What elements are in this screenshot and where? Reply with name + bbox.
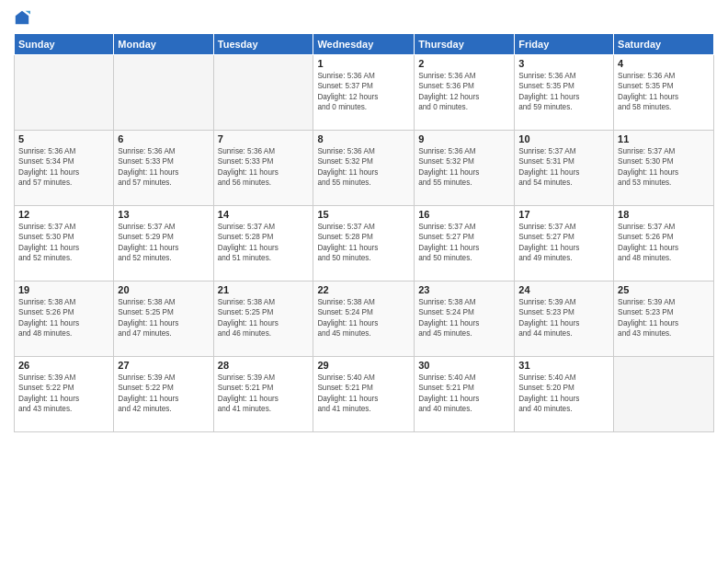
calendar-week-3: 12Sunrise: 5:37 AM Sunset: 5:30 PM Dayli…	[15, 206, 714, 282]
weekday-header-sunday: Sunday	[15, 34, 114, 55]
logo-icon	[14, 9, 30, 26]
day-number: 1	[317, 58, 410, 69]
day-info: Sunrise: 5:36 AM Sunset: 5:37 PM Dayligh…	[317, 71, 410, 113]
calendar-cell: 17Sunrise: 5:37 AM Sunset: 5:27 PM Dayli…	[515, 206, 614, 282]
calendar-cell: 5Sunrise: 5:36 AM Sunset: 5:34 PM Daylig…	[15, 131, 114, 206]
calendar-cell: 14Sunrise: 5:37 AM Sunset: 5:28 PM Dayli…	[213, 206, 313, 282]
day-number: 8	[317, 133, 410, 144]
calendar-cell: 2Sunrise: 5:36 AM Sunset: 5:36 PM Daylig…	[415, 55, 515, 131]
day-number: 28	[218, 360, 310, 371]
day-info: Sunrise: 5:36 AM Sunset: 5:32 PM Dayligh…	[418, 146, 510, 189]
day-number: 7	[218, 133, 310, 144]
day-number: 26	[18, 360, 109, 371]
calendar-week-5: 26Sunrise: 5:39 AM Sunset: 5:22 PM Dayli…	[15, 357, 714, 432]
calendar-cell: 4Sunrise: 5:36 AM Sunset: 5:35 PM Daylig…	[614, 55, 714, 131]
calendar-cell	[614, 357, 714, 432]
day-number: 2	[418, 58, 510, 69]
calendar-cell: 10Sunrise: 5:37 AM Sunset: 5:31 PM Dayli…	[515, 131, 614, 206]
day-number: 22	[317, 284, 410, 295]
calendar-cell: 24Sunrise: 5:39 AM Sunset: 5:23 PM Dayli…	[515, 282, 614, 357]
day-info: Sunrise: 5:39 AM Sunset: 5:22 PM Dayligh…	[118, 373, 209, 415]
calendar-page: SundayMondayTuesdayWednesdayThursdayFrid…	[0, 0, 728, 563]
calendar-cell: 3Sunrise: 5:36 AM Sunset: 5:35 PM Daylig…	[515, 55, 614, 131]
calendar-cell: 15Sunrise: 5:37 AM Sunset: 5:28 PM Dayli…	[313, 206, 415, 282]
day-info: Sunrise: 5:40 AM Sunset: 5:20 PM Dayligh…	[518, 373, 609, 415]
weekday-header-wednesday: Wednesday	[313, 34, 415, 55]
day-number: 25	[618, 284, 710, 295]
calendar-cell: 21Sunrise: 5:38 AM Sunset: 5:25 PM Dayli…	[213, 282, 313, 357]
page-header	[14, 9, 714, 26]
calendar-cell: 11Sunrise: 5:37 AM Sunset: 5:30 PM Dayli…	[614, 131, 714, 206]
calendar-cell: 9Sunrise: 5:36 AM Sunset: 5:32 PM Daylig…	[415, 131, 515, 206]
svg-marker-0	[16, 11, 28, 24]
day-number: 14	[218, 209, 310, 220]
calendar-cell: 29Sunrise: 5:40 AM Sunset: 5:21 PM Dayli…	[313, 357, 415, 432]
day-info: Sunrise: 5:36 AM Sunset: 5:33 PM Dayligh…	[118, 146, 209, 189]
day-info: Sunrise: 5:37 AM Sunset: 5:30 PM Dayligh…	[18, 222, 109, 264]
calendar-cell: 28Sunrise: 5:39 AM Sunset: 5:21 PM Dayli…	[213, 357, 313, 432]
day-number: 15	[317, 209, 410, 220]
day-info: Sunrise: 5:37 AM Sunset: 5:30 PM Dayligh…	[618, 146, 710, 189]
logo	[14, 9, 33, 26]
calendar-cell: 16Sunrise: 5:37 AM Sunset: 5:27 PM Dayli…	[415, 206, 515, 282]
day-number: 12	[18, 209, 109, 220]
day-number: 20	[118, 284, 209, 295]
day-number: 21	[218, 284, 310, 295]
day-info: Sunrise: 5:36 AM Sunset: 5:32 PM Dayligh…	[317, 146, 410, 189]
day-number: 3	[518, 58, 609, 69]
calendar-cell	[15, 55, 114, 131]
calendar-cell: 12Sunrise: 5:37 AM Sunset: 5:30 PM Dayli…	[15, 206, 114, 282]
day-info: Sunrise: 5:36 AM Sunset: 5:36 PM Dayligh…	[418, 71, 510, 113]
weekday-header-thursday: Thursday	[415, 34, 515, 55]
calendar-cell: 1Sunrise: 5:36 AM Sunset: 5:37 PM Daylig…	[313, 55, 415, 131]
svg-marker-1	[26, 11, 30, 15]
calendar-cell: 13Sunrise: 5:37 AM Sunset: 5:29 PM Dayli…	[114, 206, 213, 282]
calendar-cell: 23Sunrise: 5:38 AM Sunset: 5:24 PM Dayli…	[415, 282, 515, 357]
calendar-week-4: 19Sunrise: 5:38 AM Sunset: 5:26 PM Dayli…	[15, 282, 714, 357]
day-info: Sunrise: 5:36 AM Sunset: 5:34 PM Dayligh…	[18, 146, 109, 189]
weekday-header-friday: Friday	[515, 34, 614, 55]
calendar-cell: 18Sunrise: 5:37 AM Sunset: 5:26 PM Dayli…	[614, 206, 714, 282]
day-number: 13	[118, 209, 209, 220]
day-info: Sunrise: 5:36 AM Sunset: 5:35 PM Dayligh…	[518, 71, 609, 113]
calendar-cell: 6Sunrise: 5:36 AM Sunset: 5:33 PM Daylig…	[114, 131, 213, 206]
day-number: 11	[618, 133, 710, 144]
day-info: Sunrise: 5:37 AM Sunset: 5:27 PM Dayligh…	[518, 222, 609, 264]
day-info: Sunrise: 5:39 AM Sunset: 5:21 PM Dayligh…	[218, 373, 310, 415]
day-info: Sunrise: 5:40 AM Sunset: 5:21 PM Dayligh…	[317, 373, 410, 415]
calendar-cell: 8Sunrise: 5:36 AM Sunset: 5:32 PM Daylig…	[313, 131, 415, 206]
day-info: Sunrise: 5:36 AM Sunset: 5:33 PM Dayligh…	[218, 146, 310, 189]
day-number: 23	[418, 284, 510, 295]
day-info: Sunrise: 5:38 AM Sunset: 5:24 PM Dayligh…	[418, 297, 510, 339]
day-number: 10	[518, 133, 609, 144]
calendar-week-2: 5Sunrise: 5:36 AM Sunset: 5:34 PM Daylig…	[15, 131, 714, 206]
calendar-cell: 7Sunrise: 5:36 AM Sunset: 5:33 PM Daylig…	[213, 131, 313, 206]
day-info: Sunrise: 5:39 AM Sunset: 5:23 PM Dayligh…	[518, 297, 609, 339]
weekday-header-monday: Monday	[114, 34, 213, 55]
day-info: Sunrise: 5:37 AM Sunset: 5:31 PM Dayligh…	[518, 146, 609, 189]
day-info: Sunrise: 5:37 AM Sunset: 5:27 PM Dayligh…	[418, 222, 510, 264]
day-number: 9	[418, 133, 510, 144]
weekday-header-row: SundayMondayTuesdayWednesdayThursdayFrid…	[15, 34, 714, 55]
calendar-cell	[213, 55, 313, 131]
day-number: 27	[118, 360, 209, 371]
calendar-cell: 26Sunrise: 5:39 AM Sunset: 5:22 PM Dayli…	[15, 357, 114, 432]
day-info: Sunrise: 5:37 AM Sunset: 5:28 PM Dayligh…	[218, 222, 310, 264]
day-number: 24	[518, 284, 609, 295]
calendar-cell: 30Sunrise: 5:40 AM Sunset: 5:21 PM Dayli…	[415, 357, 515, 432]
day-number: 30	[418, 360, 510, 371]
weekday-header-tuesday: Tuesday	[213, 34, 313, 55]
day-number: 19	[18, 284, 109, 295]
day-number: 6	[118, 133, 209, 144]
day-info: Sunrise: 5:40 AM Sunset: 5:21 PM Dayligh…	[418, 373, 510, 415]
day-number: 5	[18, 133, 109, 144]
day-info: Sunrise: 5:38 AM Sunset: 5:24 PM Dayligh…	[317, 297, 410, 339]
day-info: Sunrise: 5:39 AM Sunset: 5:22 PM Dayligh…	[18, 373, 109, 415]
day-number: 29	[317, 360, 410, 371]
day-number: 16	[418, 209, 510, 220]
calendar-table: SundayMondayTuesdayWednesdayThursdayFrid…	[14, 33, 714, 432]
weekday-header-saturday: Saturday	[614, 34, 714, 55]
day-number: 4	[618, 58, 710, 69]
day-info: Sunrise: 5:36 AM Sunset: 5:35 PM Dayligh…	[618, 71, 710, 113]
day-info: Sunrise: 5:38 AM Sunset: 5:26 PM Dayligh…	[18, 297, 109, 339]
